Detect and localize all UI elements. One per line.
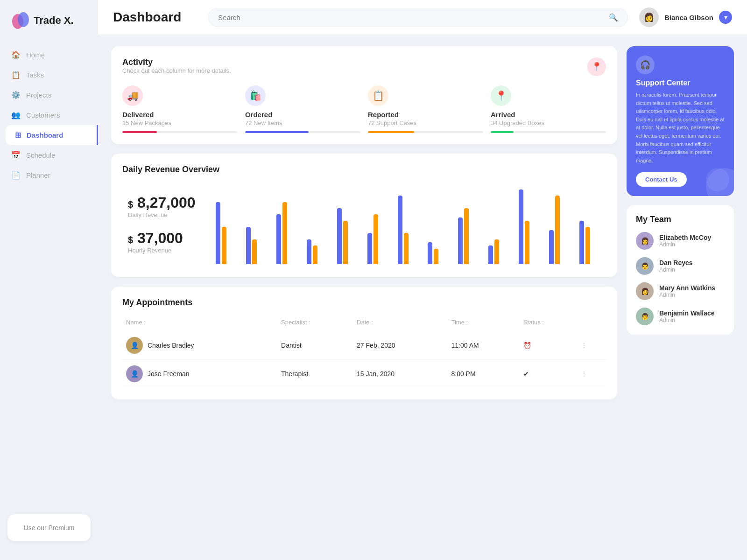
appointments-table: Name : Specialist : Date : Time : Status…: [122, 315, 606, 388]
member-avatar: 👩: [636, 232, 654, 250]
bar-blue: [549, 230, 554, 264]
actions-cell[interactable]: ⋮: [577, 360, 606, 388]
sidebar-item-planner[interactable]: 📄 Planner: [0, 165, 98, 185]
patient-cell: 👤 Charles Bradley: [126, 337, 274, 354]
sidebar-item-schedule[interactable]: 📅 Schedule: [0, 145, 98, 165]
table-row: 👤 Charles Bradley Dantist 27 Feb, 2020 1…: [122, 331, 606, 360]
arrived-label: Arrived: [491, 111, 606, 119]
activity-subtitle: Check out each column for more details.: [122, 67, 231, 74]
specialist-cell: Dantist: [277, 331, 353, 360]
bar-orange: [464, 208, 469, 264]
member-role: Admin: [659, 292, 715, 298]
sidebar-item-home[interactable]: 🏠 Home: [0, 45, 98, 65]
bar-blue: [216, 202, 220, 264]
bar-orange: [282, 202, 287, 264]
premium-label: Use our Premium: [24, 524, 75, 532]
member-info: Benjamin Wallace Admin: [659, 309, 715, 323]
page-title: Dashboard: [113, 10, 197, 25]
col-actions: [577, 315, 606, 331]
more-options-button[interactable]: ⋮: [581, 342, 587, 349]
activity-item-ordered: 🛍️ Ordered 72 New Items: [245, 85, 360, 133]
schedule-icon: 📅: [11, 151, 21, 160]
col-time: Time :: [447, 315, 519, 331]
bar-group: [458, 208, 485, 264]
team-title: My Team: [636, 215, 725, 224]
patient-name-cell: 👤 Charles Bradley: [122, 331, 277, 360]
hourly-revenue-block: $ 37,000 Hourly Revenue: [128, 230, 183, 254]
avatar: 👩: [639, 7, 659, 27]
member-name: Elizabeth McCoy: [659, 234, 711, 241]
sidebar-item-label: Customers: [26, 111, 60, 119]
sidebar: Trade X. 🏠 Home 📋 Tasks ⚙️ Projects 👥 Cu…: [0, 0, 98, 560]
patient-avatar: 👤: [126, 365, 143, 382]
team-member: 👩 Mary Ann Watkins Admin: [636, 282, 725, 300]
bar-group: [398, 196, 424, 264]
activity-heading: Activity Check out each column for more …: [122, 57, 231, 84]
activity-item-reported: 📋 Reported 72 Support Cases: [368, 85, 483, 133]
more-options-button[interactable]: ⋮: [581, 370, 587, 378]
reported-label: Reported: [368, 111, 483, 119]
ordered-progress-bar: [245, 131, 360, 133]
sidebar-item-projects[interactable]: ⚙️ Projects: [0, 85, 98, 105]
arrived-progress-bar: [491, 131, 606, 133]
sidebar-item-label: Planner: [26, 171, 50, 179]
delivered-value: 15 New Packages: [122, 119, 238, 126]
activity-item-delivered: 🚚 Delivered 15 New Packages: [122, 85, 238, 133]
sidebar-item-label: Dashboard: [27, 131, 63, 139]
col-name: Name :: [122, 315, 277, 331]
bar-orange: [222, 227, 226, 264]
revenue-chart: [216, 182, 606, 266]
sidebar-item-customers[interactable]: 👥 Customers: [0, 105, 98, 125]
bar-orange: [585, 227, 590, 264]
revenue-info: $ 8,27,000 Daily Revenue $: [122, 182, 206, 266]
home-icon: 🏠: [11, 50, 21, 59]
bar-blue: [276, 214, 281, 264]
bar-blue: [367, 233, 372, 264]
support-body: In at iaculis lorem. Praesent tempor dic…: [636, 91, 725, 165]
svg-point-1: [18, 12, 29, 27]
user-dropdown-button[interactable]: ▾: [719, 11, 732, 24]
bar-orange: [343, 221, 348, 264]
member-info: Mary Ann Watkins Admin: [659, 284, 715, 298]
search-bar[interactable]: 🔍: [208, 8, 628, 27]
bar-orange: [525, 221, 529, 264]
bar-group: [579, 221, 606, 264]
bar-orange: [494, 239, 499, 264]
bar-blue: [307, 239, 311, 264]
bar-blue: [398, 196, 402, 264]
col-date: Date :: [353, 315, 447, 331]
search-input[interactable]: [218, 14, 604, 21]
daily-revenue-item: $ 8,27,000 Daily Revenue: [122, 194, 206, 218]
delivered-label: Delivered: [122, 111, 238, 119]
activity-item-arrived: 📍 Arrived 34 Upgraded Boxes: [491, 85, 606, 133]
sidebar-item-dashboard[interactable]: ⊞ Dashboard: [6, 125, 98, 145]
bar-blue: [488, 245, 493, 264]
logo-text: Trade X.: [34, 14, 74, 27]
bar-blue: [428, 242, 432, 264]
activity-pin-icon: 📍: [587, 57, 606, 76]
bar-orange: [555, 196, 560, 264]
actions-cell[interactable]: ⋮: [577, 331, 606, 360]
daily-revenue-block: $ 8,27,000 Daily Revenue: [128, 194, 196, 218]
dollar-sign-2: $: [128, 235, 133, 245]
sidebar-item-tasks[interactable]: 📋 Tasks: [0, 65, 98, 85]
contact-us-button[interactable]: Contact Us: [636, 172, 687, 187]
customers-icon: 👥: [11, 111, 21, 119]
member-avatar: 👨: [636, 308, 654, 325]
sidebar-item-label: Home: [26, 51, 45, 59]
ordered-progress-fill: [245, 131, 309, 133]
status-cell: ✔: [520, 360, 577, 388]
team-member: 👨 Benjamin Wallace Admin: [636, 308, 725, 325]
member-role: Admin: [659, 317, 715, 323]
user-name: Bianca Gibson: [664, 14, 713, 21]
sidebar-item-label: Tasks: [26, 71, 44, 79]
revenue-title: Daily Revenue Overview: [122, 165, 606, 175]
sidebar-item-label: Projects: [26, 91, 51, 99]
status-cell: ⏰: [520, 331, 577, 360]
delivered-progress-fill: [122, 131, 157, 133]
bar-group: [307, 239, 333, 264]
activity-card: Activity Check out each column for more …: [111, 46, 617, 144]
revenue-content: $ 8,27,000 Daily Revenue $: [122, 182, 606, 266]
bar-group: [428, 242, 454, 264]
bar-orange: [252, 239, 257, 264]
